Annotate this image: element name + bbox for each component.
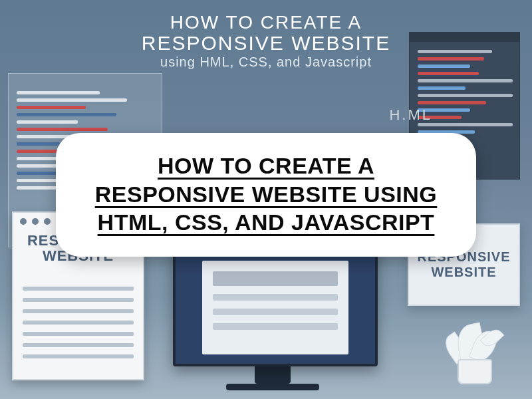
- plant-icon: [432, 305, 512, 384]
- main-title: HOW TO CREATE A RESPONSIVE WEBSITE USING…: [80, 152, 452, 237]
- placeholder-lines: [23, 279, 134, 366]
- hml-side-label: H.ML: [389, 106, 432, 124]
- bg-headline-line1: HOW TO CREATE A: [0, 12, 532, 33]
- thumbnail-stage: HOW TO CREATE A RESPONSIVE WEBSITE using…: [0, 0, 532, 399]
- window-dots-icon: [20, 218, 51, 225]
- monitor-mockup: [173, 245, 372, 391]
- title-badge: HOW TO CREATE A RESPONSIVE WEBSITE USING…: [56, 133, 476, 257]
